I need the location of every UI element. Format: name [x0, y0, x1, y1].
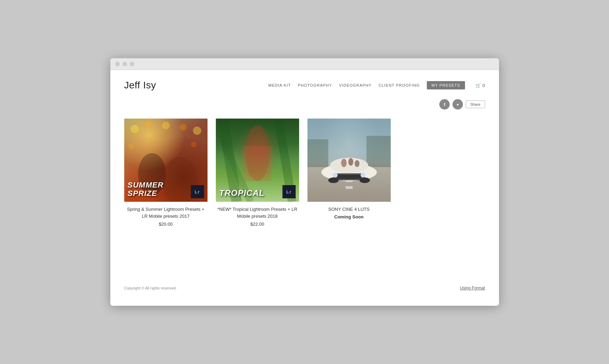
site-header: Jeff Isy MEDIA KIT PHOTOGRAPHY VIDEOGRAP…: [110, 70, 499, 96]
product-spring-summer[interactable]: SummerSprize Lr Spring & Summer Lightroo…: [124, 119, 208, 227]
product-tropical[interactable]: TROPical Lr *NEW* Tropical Lightroom Pre…: [216, 119, 299, 227]
cart-icon: 🛒: [475, 83, 481, 88]
svg-point-4: [193, 127, 201, 135]
svg-rect-16: [366, 136, 391, 167]
product-name-sony-cine: SONY CINE 4 LUTS: [307, 206, 391, 213]
svg-point-27: [328, 177, 339, 183]
lr-badge-spring: Lr: [191, 185, 204, 198]
svg-point-30: [348, 158, 353, 166]
instagram-icon: ●: [457, 102, 459, 106]
product-image-sony-cine: [307, 119, 391, 202]
product-image-spring-summer: SummerSprize Lr: [124, 119, 208, 202]
instagram-button[interactable]: ●: [452, 99, 463, 110]
product-sony-cine[interactable]: SONY CINE 4 LUTS Coming Soon: [307, 119, 391, 227]
nav-area: MEDIA KIT PHOTOGRAPHY VIDEOGRAPHY CLIENT…: [268, 81, 485, 89]
share-button[interactable]: Share: [466, 101, 485, 108]
browser-dot-green: [130, 62, 134, 66]
svg-point-5: [128, 144, 134, 149]
nav-client-proofing[interactable]: CLIENT PROOFING: [379, 83, 420, 87]
svg-point-29: [341, 159, 347, 167]
browser-dot-yellow: [122, 62, 127, 66]
svg-point-0: [130, 125, 139, 133]
facebook-button[interactable]: f: [439, 99, 450, 110]
product-image-tropical: TROPical Lr: [216, 119, 299, 202]
nav-videography[interactable]: VIDEOGRAPHY: [339, 83, 372, 87]
svg-point-2: [162, 122, 170, 129]
browser-dot-red: [115, 62, 120, 66]
sony-cine-decoration: [307, 119, 391, 202]
svg-point-1: [145, 120, 152, 127]
spring-summer-overlay-text: SummerSprize: [128, 181, 164, 198]
svg-rect-10: [244, 146, 271, 181]
browser-window: Jeff Isy MEDIA KIT PHOTOGRAPHY VIDEOGRAP…: [110, 58, 499, 306]
nav-media-kit[interactable]: MEDIA KIT: [268, 83, 291, 87]
tropical-overlay-text: TROPical: [219, 189, 282, 198]
nav-my-presets[interactable]: MY PRESETS: [427, 81, 465, 89]
browser-content: Jeff Isy MEDIA KIT PHOTOGRAPHY VIDEOGRAP…: [110, 70, 499, 306]
footer-format-link[interactable]: Using Format: [460, 286, 485, 291]
svg-point-31: [355, 160, 360, 167]
svg-rect-24: [337, 175, 361, 179]
site-footer: Copyright © All rights reserved. Using F…: [110, 275, 499, 301]
svg-point-26: [361, 173, 365, 177]
svg-point-28: [360, 177, 370, 183]
cart-count: 0: [482, 83, 485, 88]
product-name-spring-summer: Spring & Summer Lightroom Presets + LR M…: [124, 206, 208, 219]
cart-area[interactable]: 🛒 0: [475, 83, 485, 88]
social-row: f ● Share: [110, 96, 499, 115]
product-price-spring-summer: $20.00: [124, 222, 208, 227]
svg-rect-20: [346, 186, 353, 189]
facebook-icon: f: [444, 102, 445, 107]
product-price-tropical: $22.00: [216, 222, 299, 227]
site-title: Jeff Isy: [124, 80, 156, 91]
product-name-tropical: *NEW* Tropical Lightroom Presets + LR Mo…: [216, 206, 299, 219]
svg-point-6: [191, 142, 196, 147]
browser-chrome: [110, 58, 499, 70]
product-thumbnail-sony-cine: [307, 119, 391, 202]
lr-badge-tropical: Lr: [282, 185, 296, 198]
product-status-sony-cine: Coming Soon: [307, 214, 391, 219]
svg-point-3: [180, 124, 187, 131]
svg-rect-15: [307, 139, 328, 167]
nav-photography[interactable]: PHOTOGRAPHY: [298, 83, 332, 87]
svg-point-25: [333, 173, 338, 177]
products-grid: SummerSprize Lr Spring & Summer Lightroo…: [110, 115, 499, 241]
footer-copyright: Copyright © All rights reserved.: [124, 286, 177, 290]
